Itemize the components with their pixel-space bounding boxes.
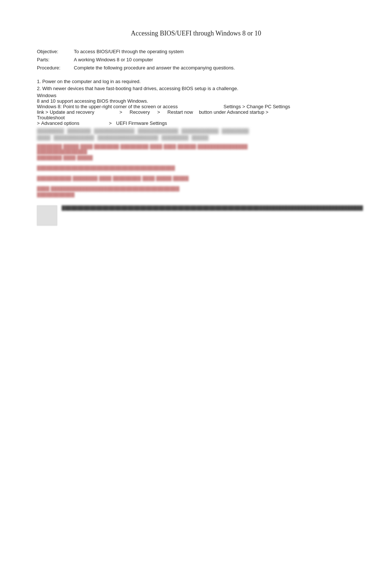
meta-section: Objective: To access BIOS/UEFI through t… [37, 48, 355, 72]
windows-label: Windows [37, 93, 355, 98]
pink-text-6: ████████████ [37, 192, 259, 197]
screenshot-thumbnail [37, 205, 57, 226]
image-section: ████████████████████████████████████████… [37, 205, 355, 226]
procedure-value: Complete the following procedure and ans… [74, 64, 355, 72]
procedure-row: Procedure: Complete the following proced… [37, 64, 355, 72]
pink-text-5: ████ ███████████████████████████████████… [37, 186, 292, 191]
blurred-row-2: ████ ████████████ ██████████████████ ███… [37, 135, 355, 140]
blurred-row-1: ████████ ███████ ████████████ ██████████… [37, 128, 355, 134]
button-text: button under Advanced startup > [199, 109, 268, 115]
pink-text-1: ████████ █████ ████ ████████ █████████ █… [37, 144, 292, 154]
restart-now: Restart now [168, 109, 193, 115]
parts-value: A working Windows 8 or 10 computer [74, 56, 355, 64]
step-1-text: 1. Power on the computer and log in as r… [37, 79, 141, 84]
pink-text-3: ████████████████████████████████████████… [37, 165, 196, 171]
advanced-path: > Advanced options > UEFI Firmware Setti… [37, 120, 355, 126]
pink-section-3: ███████████ ████████ ████ █████████ ████… [37, 176, 355, 181]
support-line: 8 and 10 support accessing BIOS through … [37, 98, 355, 104]
pink-section-1: ████████ █████ ████ ████████ █████████ █… [37, 144, 355, 160]
page-title: Accessing BIOS/UEFI through Windows 8 or… [37, 30, 355, 37]
objective-label: Objective: [37, 48, 74, 56]
win8-label: Windows 8: Point to the upper-right corn… [37, 104, 178, 109]
win8-path: Windows 8: Point to the upper-right corn… [37, 104, 355, 109]
parts-label: Parts: [37, 56, 74, 64]
step-2-text: 2. With newer devices that have fast-boo… [37, 86, 238, 91]
pink-text-4: ███████████ ████████ ████ █████████ ████… [37, 176, 244, 181]
recovery-label: Recovery [130, 109, 150, 115]
link-arrow: link > [37, 109, 48, 115]
uefi-settings: UEFI Firmware Settings [116, 120, 167, 126]
step-1: 1. Power on the computer and log in as r… [37, 79, 355, 84]
procedure-label: Procedure: [37, 64, 74, 72]
recovery-path: link > Update and recovery > Recovery > … [37, 109, 355, 115]
parts-row: Parts: A working Windows 8 or 10 compute… [37, 56, 355, 64]
change-pc-settings: Change PC Settings [247, 104, 290, 109]
pink-text-2: ████████ ████ █████ [37, 155, 259, 160]
pink-section-2: ████████████████████████████████████████… [37, 165, 355, 171]
troubleshoot-line: Troubleshoot [37, 115, 355, 120]
step-2: 2. With newer devices that have fast-boo… [37, 86, 355, 91]
objective-row: Objective: To access BIOS/UEFI through t… [37, 48, 355, 56]
image-caption: ████████████████████████████████████████… [62, 205, 246, 211]
settings-label: Settings [224, 104, 241, 109]
objective-value: To access BIOS/UEFI through the operatin… [74, 48, 355, 56]
pink-section-4: ████ ███████████████████████████████████… [37, 186, 355, 197]
